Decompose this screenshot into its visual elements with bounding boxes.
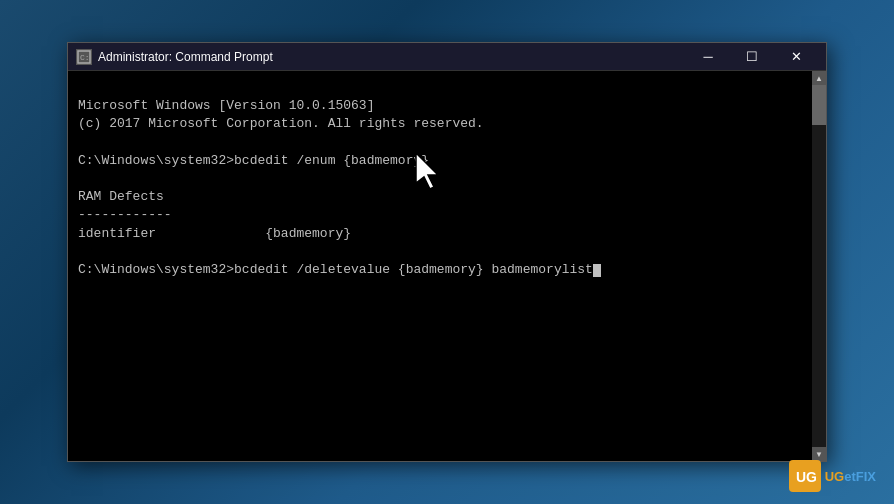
watermark-text-container: UGetFIX (825, 469, 876, 484)
watermark: UG UGetFIX (789, 460, 876, 492)
scroll-track (812, 85, 826, 447)
window-controls: ─ ☐ ✕ (686, 43, 818, 71)
svg-text:UG: UG (796, 469, 817, 485)
line-4: C:\Windows\system32>bcdedit /enum {badme… (78, 153, 429, 168)
terminal-output: Microsoft Windows [Version 10.0.15063] (… (78, 79, 816, 297)
watermark-ug: UG (825, 469, 845, 484)
line-1: Microsoft Windows [Version 10.0.15063] (78, 98, 374, 113)
close-button[interactable]: ✕ (774, 43, 818, 71)
line-7: ------------ (78, 207, 172, 222)
line-10: C:\Windows\system32>bcdedit /deletevalue… (78, 262, 593, 277)
scroll-up-button[interactable]: ▲ (812, 71, 826, 85)
scroll-down-button[interactable]: ▼ (812, 447, 826, 461)
watermark-fix: FIX (856, 469, 876, 484)
minimize-button[interactable]: ─ (686, 43, 730, 71)
window-title: Administrator: Command Prompt (98, 50, 686, 64)
line-2: (c) 2017 Microsoft Corporation. All righ… (78, 116, 484, 131)
terminal-body[interactable]: Microsoft Windows [Version 10.0.15063] (… (68, 71, 826, 461)
watermark-logo: UG (789, 460, 821, 492)
scrollbar[interactable]: ▲ ▼ (812, 71, 826, 461)
svg-text:C:: C: (80, 53, 90, 62)
title-bar: C: Administrator: Command Prompt ─ ☐ ✕ (68, 43, 826, 71)
maximize-button[interactable]: ☐ (730, 43, 774, 71)
watermark-et: et (844, 469, 856, 484)
line-6: RAM Defects (78, 189, 164, 204)
cmd-window: C: Administrator: Command Prompt ─ ☐ ✕ M… (67, 42, 827, 462)
cursor (593, 264, 601, 277)
line-8: identifier {badmemory} (78, 226, 351, 241)
scroll-thumb[interactable] (812, 85, 826, 125)
window-icon: C: (76, 49, 92, 65)
